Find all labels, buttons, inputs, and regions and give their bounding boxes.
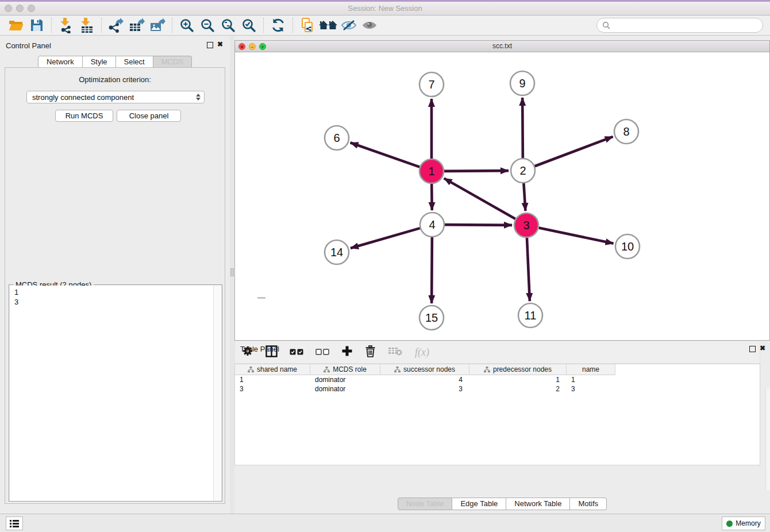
node-8[interactable]: 8 [614, 119, 638, 144]
float-table-panel-icon[interactable] [749, 346, 756, 352]
node-9[interactable]: 9 [510, 71, 534, 95]
table-tab-node-table[interactable]: Node Table [398, 498, 453, 510]
vertical-splitter[interactable] [230, 36, 234, 514]
hide-panels-icon[interactable] [338, 17, 359, 34]
search-field[interactable] [596, 18, 763, 33]
table-cell[interactable]: 4 [380, 375, 469, 384]
node-2[interactable]: 2 [511, 159, 535, 183]
result-scrollbar[interactable] [213, 286, 221, 501]
node-15[interactable]: 15 [419, 306, 444, 330]
column-header-MCDS-role[interactable]: MCDS role [310, 364, 380, 375]
close-window-icon[interactable] [5, 5, 12, 12]
horizontal-splitter-grip[interactable] [257, 297, 265, 299]
edge-1-6[interactable] [351, 142, 420, 167]
node-10[interactable]: 10 [615, 234, 640, 259]
column-header-name[interactable]: name [567, 364, 615, 375]
edge-2-8[interactable] [535, 137, 613, 166]
table-cell[interactable]: 3 [380, 384, 469, 394]
edge-3-11[interactable] [527, 238, 530, 301]
edge-2-9[interactable] [522, 98, 523, 158]
node-7[interactable]: 7 [419, 72, 444, 97]
table-cell[interactable]: dominator [310, 375, 380, 384]
column-header-shared-name[interactable]: shared name [235, 364, 310, 375]
table-cell[interactable]: 3 [567, 384, 615, 394]
add-column-icon[interactable] [341, 345, 353, 359]
column-header-successor-nodes[interactable]: successor nodes [380, 364, 469, 375]
delete-table-icon[interactable] [388, 346, 403, 358]
table-toolbar: f(x) [234, 341, 760, 364]
tab-select[interactable]: Select [116, 56, 153, 68]
node-table[interactable]: shared nameMCDS rolesuccessor nodesprede… [234, 364, 760, 465]
splitter-grip[interactable] [230, 268, 234, 276]
mcds-result-item[interactable]: 1 [14, 287, 214, 297]
float-panel-icon[interactable] [207, 42, 213, 48]
node-4[interactable]: 4 [420, 213, 444, 237]
edge-1-2[interactable] [444, 171, 509, 171]
mcds-result-list[interactable]: 13 [10, 286, 214, 501]
run-mcds-button[interactable]: Run MCDS [55, 110, 113, 122]
function-builder-icon[interactable]: f(x) [415, 346, 429, 358]
delete-column-icon[interactable] [365, 345, 376, 360]
network-canvas[interactable]: 7968124314101511 [235, 52, 769, 340]
network-window-titlebar[interactable]: ✕ − + scc.txt [235, 41, 769, 52]
table-row[interactable]: 1dominator411 [235, 375, 760, 384]
criterion-dropdown[interactable]: strongly connected component [26, 91, 205, 103]
import-table-icon[interactable] [76, 17, 97, 34]
save-session-icon[interactable] [26, 17, 47, 34]
table-cell[interactable]: dominator [310, 384, 380, 394]
select-all-columns-icon[interactable] [290, 347, 303, 357]
minimize-network-icon[interactable]: − [249, 43, 256, 50]
table-cell[interactable]: 1 [469, 375, 567, 384]
node-11[interactable]: 11 [518, 303, 542, 327]
zoom-selected-icon[interactable] [238, 17, 259, 34]
minimize-window-icon[interactable] [16, 5, 24, 12]
chevron-up-down-icon [196, 94, 201, 101]
home-layout-icon[interactable] [318, 17, 338, 34]
close-panel-button[interactable]: Close panel [117, 110, 181, 122]
export-network-icon[interactable] [106, 17, 126, 34]
import-network-icon[interactable] [56, 17, 76, 34]
memory-button[interactable]: Memory [722, 516, 765, 530]
zoom-out-icon[interactable] [197, 17, 218, 34]
mcds-result-item[interactable]: 3 [14, 297, 214, 307]
node-1[interactable]: 1 [419, 159, 444, 183]
table-scrollbar[interactable] [765, 388, 770, 490]
column-header-predecessor-nodes[interactable]: predecessor nodes [469, 364, 567, 375]
table-cell[interactable]: 2 [469, 384, 567, 394]
edge-3-10[interactable] [539, 228, 614, 244]
table-cell[interactable]: 1 [235, 375, 310, 384]
search-input[interactable] [613, 21, 763, 30]
tab-network[interactable]: Network [38, 56, 83, 68]
open-session-icon[interactable] [6, 17, 26, 34]
table-tab-network-table[interactable]: Network Table [506, 498, 570, 510]
show-panels-icon[interactable] [359, 17, 380, 34]
tab-style[interactable]: Style [83, 56, 116, 68]
export-image-icon[interactable] [147, 17, 168, 34]
zoom-window-icon[interactable] [28, 5, 35, 12]
close-panel-icon[interactable]: ✖ [217, 41, 223, 48]
node-6[interactable]: 6 [325, 126, 349, 150]
table-cell[interactable]: 1 [567, 375, 615, 384]
zoom-fit-icon[interactable] [218, 17, 238, 34]
copy-network-icon[interactable] [297, 17, 318, 34]
edge-2-3[interactable] [523, 183, 525, 211]
unselect-all-columns-icon[interactable] [315, 347, 329, 357]
edge-4-3[interactable] [445, 225, 512, 225]
node-14[interactable]: 14 [325, 240, 349, 264]
close-table-panel-icon[interactable]: ✖ [760, 345, 765, 352]
task-history-button[interactable] [6, 516, 23, 530]
node-3[interactable]: 3 [514, 213, 538, 237]
table-tab-edge-table[interactable]: Edge Table [452, 498, 506, 510]
table-row[interactable]: 3dominator323 [235, 384, 760, 394]
edge-4-15[interactable] [432, 237, 432, 303]
table-cell[interactable]: 3 [235, 384, 310, 394]
refresh-view-icon[interactable] [268, 17, 288, 34]
maximize-network-icon[interactable]: + [259, 43, 266, 50]
close-network-icon[interactable]: ✕ [238, 43, 245, 50]
zoom-in-icon[interactable] [176, 17, 197, 34]
tab-mcds[interactable]: MCDS [153, 56, 192, 68]
export-table-icon[interactable] [126, 17, 147, 34]
table-tab-motifs[interactable]: Motifs [570, 498, 607, 510]
edge-3-1[interactable] [444, 178, 515, 219]
edge-4-14[interactable] [351, 228, 420, 248]
